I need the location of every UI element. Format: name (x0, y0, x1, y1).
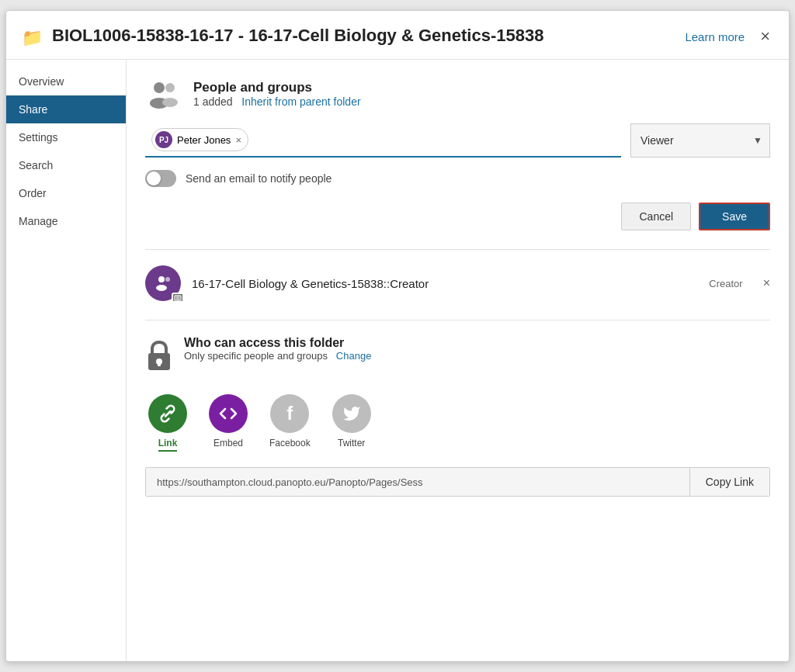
creator-avatar-icon (154, 274, 172, 293)
link-row: Copy Link (145, 467, 770, 497)
sidebar-item-search[interactable]: Search (6, 151, 126, 179)
share-icons: Link Embed f F (148, 394, 770, 452)
creator-avatar (145, 265, 181, 301)
role-select[interactable]: Viewer Editor Manager (630, 123, 770, 158)
people-groups-text: People and groups 1 added Inherit from p… (193, 80, 361, 108)
facebook-label: Facebook (269, 438, 311, 449)
share-facebook-item[interactable]: f Facebook (269, 394, 311, 452)
change-link[interactable]: Change (336, 350, 372, 362)
save-button[interactable]: Save (699, 203, 770, 230)
facebook-icon-circle: f (270, 394, 309, 433)
creator-badge-icon (172, 293, 184, 303)
cancel-button[interactable]: Cancel (621, 203, 691, 230)
modal-title: BIOL1006-15838-16-17 - 16-17-Cell Biolog… (52, 25, 543, 47)
tag-peter-jones[interactable]: PJ Peter Jones × (151, 128, 248, 151)
copy-link-button[interactable]: Copy Link (689, 468, 769, 496)
toggle-thumb (147, 171, 161, 185)
close-button[interactable]: × (760, 28, 770, 45)
sidebar-item-share[interactable]: Share (6, 95, 126, 123)
toggle-label: Send an email to notify people (186, 172, 332, 185)
input-row: PJ Peter Jones × Viewer Editor Manager ▼ (145, 123, 770, 158)
embed-icon-circle (209, 394, 248, 433)
modal-body: Overview Share Settings Search Order Man… (6, 60, 789, 661)
creator-name: 16-17-Cell Biology & Genetics-15838::Cre… (192, 277, 698, 290)
notify-toggle[interactable] (145, 170, 176, 187)
share-link-item[interactable]: Link (148, 394, 187, 452)
svg-point-5 (156, 285, 167, 291)
toggle-row: Send an email to notify people (145, 170, 770, 187)
tag-close-button[interactable]: × (235, 135, 241, 145)
access-section: Who can access this folder Only specific… (145, 336, 770, 379)
sidebar-item-overview[interactable]: Overview (6, 68, 126, 95)
svg-point-0 (154, 82, 165, 93)
sidebar-item-order[interactable]: Order (6, 179, 126, 207)
role-select-wrapper: Viewer Editor Manager ▼ (630, 123, 770, 158)
svg-point-2 (165, 83, 175, 92)
action-buttons: Cancel Save (145, 203, 770, 230)
svg-rect-13 (158, 362, 161, 366)
inherit-link[interactable]: Inherit from parent folder (241, 95, 360, 108)
modal-header: 📁 BIOL1006-15838-16-17 - 16-17-Cell Biol… (6, 11, 789, 60)
tag-name: Peter Jones (177, 134, 231, 146)
twitter-icon-circle (332, 394, 371, 433)
tag-input-wrapper[interactable]: PJ Peter Jones × (145, 123, 621, 158)
header-left: 📁 BIOL1006-15838-16-17 - 16-17-Cell Biol… (22, 25, 543, 48)
divider-1 (145, 249, 770, 250)
folder-icon: 📁 (22, 28, 43, 48)
creator-close-button[interactable]: × (763, 276, 770, 290)
embed-label: Embed (214, 438, 243, 449)
svg-point-4 (158, 276, 165, 282)
section-title: People and groups (193, 80, 361, 95)
creator-role-label: Creator (709, 278, 742, 289)
access-title: Who can access this folder (184, 336, 371, 350)
link-label: Link (158, 438, 178, 452)
modal: 📁 BIOL1006-15838-16-17 - 16-17-Cell Biol… (5, 10, 790, 662)
svg-point-6 (165, 277, 170, 282)
lock-icon (145, 339, 173, 379)
divider-2 (145, 320, 770, 320)
people-groups-header: People and groups 1 added Inherit from p… (145, 75, 770, 113)
creator-row: 16-17-Cell Biology & Genetics-15838::Cre… (145, 265, 770, 301)
svg-point-3 (162, 98, 178, 107)
learn-more-link[interactable]: Learn more (685, 30, 745, 43)
link-icon-circle (148, 394, 187, 433)
sidebar: Overview Share Settings Search Order Man… (6, 60, 127, 661)
access-subtitle: Only specific people and groups Change (184, 350, 371, 362)
header-right: Learn more × (685, 28, 770, 45)
people-groups-icon (145, 75, 182, 113)
sidebar-item-settings[interactable]: Settings (6, 123, 126, 151)
link-url-input[interactable] (146, 468, 689, 496)
twitter-label: Twitter (338, 438, 365, 449)
tag-avatar: PJ (155, 131, 172, 148)
sidebar-item-manage[interactable]: Manage (6, 207, 126, 235)
share-embed-item[interactable]: Embed (209, 394, 248, 452)
people-search-input[interactable] (253, 133, 615, 146)
people-groups-section: People and groups 1 added Inherit from p… (145, 75, 770, 230)
share-twitter-item[interactable]: Twitter (332, 394, 371, 452)
access-text: Who can access this folder Only specific… (184, 336, 371, 362)
facebook-f-letter: f (286, 403, 293, 424)
main-content: People and groups 1 added Inherit from p… (127, 60, 789, 661)
section-subtitle: 1 added Inherit from parent folder (193, 95, 361, 108)
